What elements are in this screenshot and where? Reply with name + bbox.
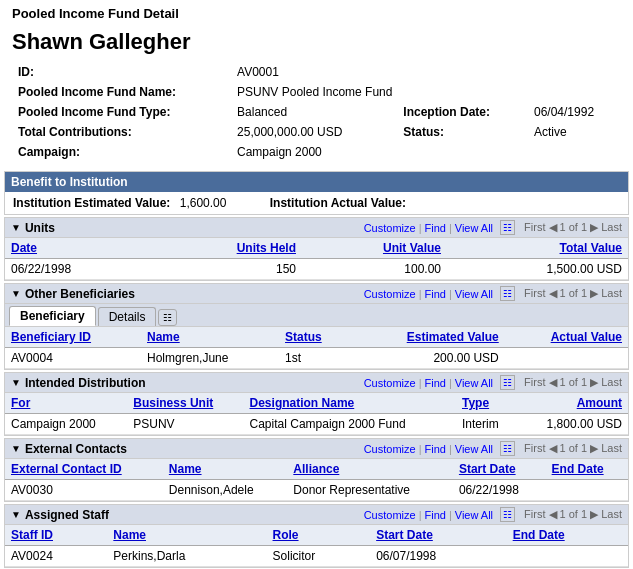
dist-amount: 1,800.00 USD [518,414,628,435]
assigned-staff-table: Staff ID Name Role Start Date End Date A… [5,525,628,567]
ben-status: 1st [279,348,351,369]
units-nav: First ◀ 1 of 1 ▶ Last [524,221,622,234]
id-value: AV0001 [233,63,381,81]
units-section-header: ▼ Units Customize | Find | View All ☷ Fi… [5,218,628,238]
tab-beneficiary[interactable]: Beneficiary [9,306,96,326]
distribution-section-header: ▼ Intended Distribution Customize | Find… [5,373,628,393]
assigned-staff-header: ▼ Assigned Staff Customize | Find | View… [5,505,628,525]
ext-start-date: 06/22/1998 [453,480,546,501]
triangle-icon-3: ▼ [11,377,21,388]
dist-col-type[interactable]: Type [456,393,518,414]
distribution-section: ▼ Intended Distribution Customize | Find… [4,372,629,436]
ext-col-start-date[interactable]: Start Date [453,459,546,480]
id-label: ID: [14,63,231,81]
distribution-row: Campaign 2000 PSUNV Capital Campaign 200… [5,414,628,435]
estimated-value-label: Institution Estimated Value: [13,196,170,210]
ben-name: Holmgren,June [141,348,279,369]
external-customize-link[interactable]: Customize [364,443,416,455]
tab-details[interactable]: Details [98,307,157,326]
triangle-icon-5: ▼ [11,509,21,520]
staff-col-end-date[interactable]: End Date [507,525,628,546]
units-col-unit-value[interactable]: Unit Value [302,238,447,259]
external-contacts-controls[interactable]: Customize | Find | View All ☷ First ◀ 1 … [364,441,622,456]
beneficiaries-viewall-link[interactable]: View All [455,288,493,300]
units-section: ▼ Units Customize | Find | View All ☷ Fi… [4,217,629,281]
ext-col-end-date[interactable]: End Date [546,459,628,480]
ben-col-id[interactable]: Beneficiary ID [5,327,141,348]
ext-col-alliance[interactable]: Alliance [287,459,453,480]
units-title: ▼ Units [11,221,55,235]
ext-end-date [546,480,628,501]
distribution-controls[interactable]: Customize | Find | View All ☷ First ◀ 1 … [364,375,622,390]
beneficiaries-find-link[interactable]: Find [424,288,445,300]
distribution-customize-link[interactable]: Customize [364,377,416,389]
staff-viewall-link[interactable]: View All [455,509,493,521]
beneficiaries-customize-link[interactable]: Customize [364,288,416,300]
external-contacts-section: ▼ External Contacts Customize | Find | V… [4,438,629,502]
ben-col-status[interactable]: Status [279,327,351,348]
staff-id: AV0024 [5,546,107,567]
staff-col-role[interactable]: Role [267,525,371,546]
units-col-total-value[interactable]: Total Value [447,238,628,259]
staff-find-link[interactable]: Find [424,509,445,521]
beneficiaries-table: Beneficiary ID Name Status Estimated Val… [5,327,628,369]
units-table: Date Units Held Unit Value Total Value 0… [5,238,628,280]
units-held: 150 [154,259,302,280]
ext-col-id[interactable]: External Contact ID [5,459,163,480]
beneficiary-row: AV0004 Holmgren,June 1st 200.00 USD [5,348,628,369]
ext-id: AV0030 [5,480,163,501]
staff-col-id[interactable]: Staff ID [5,525,107,546]
units-find-link[interactable]: Find [424,222,445,234]
estimated-value: 1,600.00 [180,196,227,210]
triangle-icon-4: ▼ [11,443,21,454]
tab-icon[interactable]: ☷ [158,309,177,326]
units-customize-link[interactable]: Customize [364,222,416,234]
dist-col-for[interactable]: For [5,393,127,414]
beneficiaries-grid-icon: ☷ [500,286,515,301]
units-date: 06/22/1998 [5,259,154,280]
units-row: 06/22/1998 150 100.00 1,500.00 USD [5,259,628,280]
external-viewall-link[interactable]: View All [455,443,493,455]
distribution-find-link[interactable]: Find [424,377,445,389]
units-viewall-link[interactable]: View All [455,222,493,234]
assigned-staff-controls[interactable]: Customize | Find | View All ☷ First ◀ 1 … [364,507,622,522]
units-unit-value: 100.00 [302,259,447,280]
ext-col-name[interactable]: Name [163,459,287,480]
external-grid-icon: ☷ [500,441,515,456]
dist-col-amount[interactable]: Amount [518,393,628,414]
units-col-held[interactable]: Units Held [154,238,302,259]
distribution-table: For Business Unit Designation Name Type … [5,393,628,435]
staff-name: Perkins,Darla [107,546,266,567]
distribution-nav: First ◀ 1 of 1 ▶ Last [524,376,622,389]
beneficiaries-title: ▼ Other Beneficiaries [11,287,135,301]
dist-for: Campaign 2000 [5,414,127,435]
total-contributions-label: Total Contributions: [14,123,231,141]
page-title: Pooled Income Fund Detail [4,0,629,25]
units-title-text: Units [25,221,55,235]
fund-name-value: PSUNV Pooled Income Fund [233,83,619,101]
ben-col-actual[interactable]: Actual Value [505,327,628,348]
staff-customize-link[interactable]: Customize [364,509,416,521]
staff-role: Solicitor [267,546,371,567]
inception-date-label: Inception Date: [383,103,528,121]
ben-col-estimated[interactable]: Estimated Value [351,327,505,348]
campaign-value: Campaign 2000 [233,143,619,161]
distribution-viewall-link[interactable]: View All [455,377,493,389]
units-controls[interactable]: Customize | Find | View All ☷ First ◀ 1 … [364,220,622,235]
dist-col-designation[interactable]: Designation Name [244,393,456,414]
distribution-grid-icon: ☷ [500,375,515,390]
beneficiaries-controls[interactable]: Customize | Find | View All ☷ First ◀ 1 … [364,286,622,301]
distribution-title-text: Intended Distribution [25,376,146,390]
dist-designation: Capital Campaign 2000 Fund [244,414,456,435]
benefit-row: Institution Estimated Value: 1,600.00 In… [5,192,628,214]
staff-col-name[interactable]: Name [107,525,266,546]
assigned-staff-section: ▼ Assigned Staff Customize | Find | View… [4,504,629,568]
fund-type-value: Balanced [233,103,381,121]
dist-col-business-unit[interactable]: Business Unit [127,393,243,414]
staff-col-start-date[interactable]: Start Date [370,525,507,546]
units-col-date[interactable]: Date [5,238,154,259]
external-contacts-header: ▼ External Contacts Customize | Find | V… [5,439,628,459]
ben-col-name[interactable]: Name [141,327,279,348]
external-find-link[interactable]: Find [424,443,445,455]
dist-type: Interim [456,414,518,435]
